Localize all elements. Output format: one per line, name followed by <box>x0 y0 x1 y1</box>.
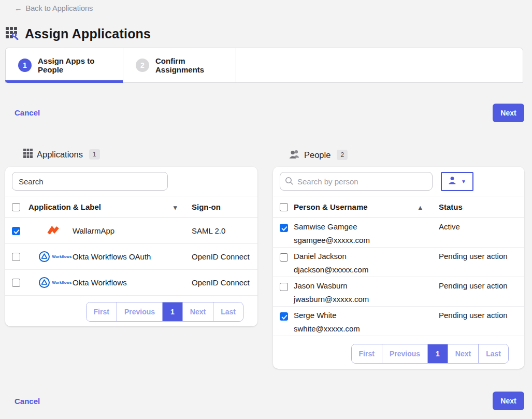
page-title-row: Assign Applications <box>5 25 151 42</box>
row-checkbox[interactable] <box>12 253 20 261</box>
people-table-header: Person & Username ▴ Status <box>273 196 524 218</box>
person-name: Daniel Jackson <box>294 252 347 261</box>
application-row[interactable]: WallarmApp SAML 2.0 <box>5 218 257 244</box>
row-checkbox[interactable] <box>280 253 288 262</box>
application-signon: OpenID Connect <box>192 252 250 261</box>
tab-assign-apps-to-people[interactable]: 1 Assign Apps to People <box>6 48 123 82</box>
person-icon <box>448 176 456 186</box>
cancel-link-bottom[interactable]: Cancel <box>15 397 40 406</box>
application-name: Okta Workflows <box>73 278 127 287</box>
application-signon: SAML 2.0 <box>192 226 225 235</box>
okta-workflows-logo: Workflows <box>37 251 73 263</box>
applications-table-header: Application & Label ▾ Sign-on <box>5 196 257 218</box>
person-row[interactable]: Serge White swhite@xxxxx.com Pending use… <box>273 307 524 336</box>
person-status: Active <box>439 222 460 231</box>
row-checkbox[interactable] <box>280 283 288 291</box>
next-button-top[interactable]: Next <box>493 104 524 122</box>
applications-pagination: First Previous 1 Next Last <box>86 302 243 322</box>
search-icon <box>285 177 294 187</box>
people-icon <box>289 149 300 161</box>
person-filter-dropdown[interactable]: ▼ <box>441 172 473 191</box>
wallarm-logo <box>37 226 73 236</box>
next-button-bottom[interactable]: Next <box>493 392 524 410</box>
workflows-logo-text: Workflows <box>52 280 72 285</box>
workflows-logo-text: Workflows <box>52 254 72 259</box>
pagination-last-button[interactable]: Last <box>213 302 243 321</box>
pagination-next-button[interactable]: Next <box>448 344 478 363</box>
applications-section-title: Applications <box>37 150 83 160</box>
people-search-input[interactable] <box>280 172 433 191</box>
tab-label: Assign Apps to People <box>38 56 110 74</box>
application-name: WallarmApp <box>73 226 114 235</box>
step-number-badge: 1 <box>18 59 32 72</box>
application-signon: OpenID Connect <box>192 278 250 287</box>
person-status: Pending user action <box>439 281 508 290</box>
row-checkbox[interactable] <box>12 227 20 235</box>
pagination-last-button[interactable]: Last <box>478 344 508 363</box>
column-sign-on: Sign-on <box>192 203 221 211</box>
okta-workflows-logo: Workflows <box>37 277 73 288</box>
person-username: djackson@xxxxx.com <box>294 265 368 274</box>
row-checkbox[interactable] <box>12 279 20 287</box>
applications-search-input[interactable] <box>12 172 168 191</box>
person-username: sgamgee@xxxxx.com <box>294 236 370 244</box>
person-row[interactable]: Jason Wasburn jwasburn@xxxxx.com Pending… <box>273 277 524 307</box>
person-status: Pending user action <box>439 311 508 320</box>
people-count-badge: 2 <box>337 150 348 160</box>
active-tab-indicator <box>5 80 123 83</box>
person-status: Pending user action <box>439 252 508 261</box>
row-checkbox[interactable] <box>280 224 288 232</box>
applications-grid-icon <box>23 149 33 160</box>
tab-label: Confirm Assignments <box>155 56 223 74</box>
people-section-title: People <box>304 150 330 160</box>
assign-applications-icon <box>5 25 20 42</box>
column-person-username[interactable]: Person & Username <box>294 203 368 211</box>
chevron-down-icon: ▼ <box>461 179 466 184</box>
application-row[interactable]: Workflows Okta Workflows OAuth OpenID Co… <box>5 244 257 270</box>
applications-search-row <box>5 167 257 196</box>
applications-select-all-checkbox[interactable] <box>12 203 20 211</box>
pagination-first-button[interactable]: First <box>352 344 382 363</box>
back-arrow-icon: ← <box>15 4 22 12</box>
application-name: Okta Workflows OAuth <box>73 252 151 261</box>
applications-section-header: Applications 1 <box>23 149 100 160</box>
column-status: Status <box>439 203 463 211</box>
person-username: swhite@xxxxx.com <box>294 324 360 333</box>
pagination-previous-button[interactable]: Previous <box>117 302 162 321</box>
wizard-tab-bar: 1 Assign Apps to People 2 Confirm Assign… <box>5 48 523 83</box>
applications-panel: Application & Label ▾ Sign-on WallarmApp… <box>5 167 257 326</box>
pagination-current-page[interactable]: 1 <box>162 302 182 321</box>
step-number-badge: 2 <box>136 59 149 72</box>
tab-confirm-assignments[interactable]: 2 Confirm Assignments <box>123 48 236 82</box>
person-name: Samwise Gamgee <box>294 222 357 231</box>
back-to-applications-link[interactable]: ← Back to Applications <box>15 4 93 12</box>
pagination-first-button[interactable]: First <box>87 302 117 321</box>
applications-count-badge: 1 <box>89 149 100 160</box>
column-application-label[interactable]: Application & Label <box>28 203 101 211</box>
people-panel: ▼ Person & Username ▴ Status Samwise Gam… <box>273 167 524 369</box>
person-name: Serge White <box>294 311 337 320</box>
row-checkbox[interactable] <box>280 312 288 321</box>
people-select-all-checkbox[interactable] <box>280 203 288 211</box>
page-title: Assign Applications <box>25 26 151 41</box>
people-pagination: First Previous 1 Next Last <box>351 344 509 364</box>
person-row[interactable]: Samwise Gamgee sgamgee@xxxxx.com Active <box>273 218 524 248</box>
back-link-label: Back to Applications <box>26 4 93 12</box>
application-row[interactable]: Workflows Okta Workflows OpenID Connect <box>5 270 257 296</box>
pagination-previous-button[interactable]: Previous <box>382 344 427 363</box>
person-row[interactable]: Daniel Jackson djackson@xxxxx.com Pendin… <box>273 248 524 277</box>
cancel-link-top[interactable]: Cancel <box>15 108 40 117</box>
pagination-current-page[interactable]: 1 <box>427 344 448 363</box>
sort-descending-icon[interactable]: ▾ <box>174 204 177 211</box>
people-search-row: ▼ <box>273 167 524 196</box>
person-name: Jason Wasburn <box>294 281 348 290</box>
people-section-header: People 2 <box>289 149 348 161</box>
person-username: jwasburn@xxxxx.com <box>294 295 369 304</box>
sort-ascending-icon[interactable]: ▴ <box>419 204 422 211</box>
pagination-next-button[interactable]: Next <box>182 302 213 321</box>
